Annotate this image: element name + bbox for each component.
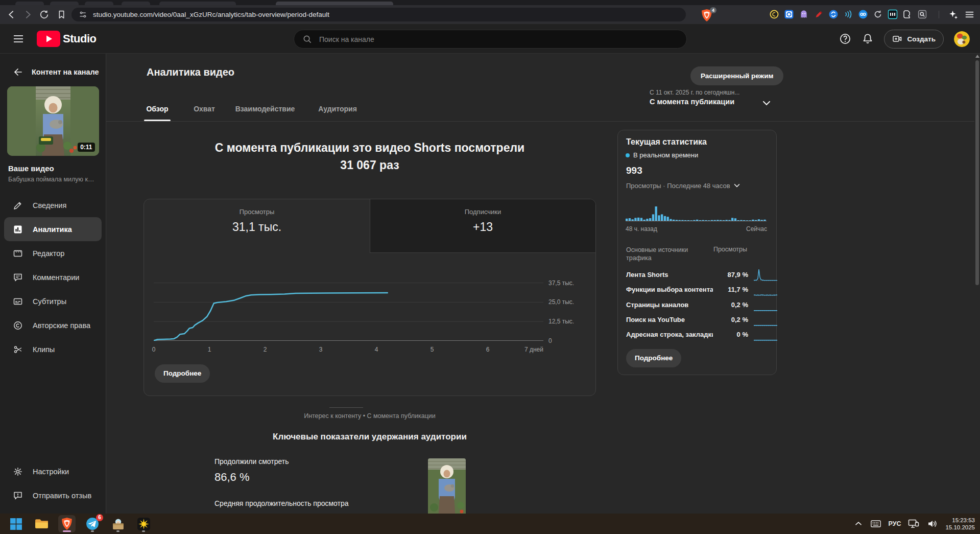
tray-chevron-up-icon[interactable] bbox=[853, 519, 864, 529]
source-label: Поиск на YouTube bbox=[626, 316, 685, 323]
brave-browser-button[interactable] bbox=[58, 515, 76, 532]
sidebar-item-settings[interactable]: Настройки bbox=[0, 459, 106, 483]
help-icon[interactable] bbox=[839, 33, 851, 45]
touch-keyboard-icon[interactable] bbox=[870, 518, 881, 529]
browser-tab[interactable] bbox=[15, 2, 44, 5]
extension-sih-icon[interactable] bbox=[888, 9, 898, 19]
extension-shape-icon[interactable] bbox=[902, 9, 913, 19]
sidebar-item-label: Аналитика bbox=[33, 225, 72, 234]
browser-tab[interactable] bbox=[159, 2, 236, 5]
create-button-label: Создать bbox=[907, 35, 936, 43]
browser-menu-icon[interactable] bbox=[964, 9, 975, 20]
sidebar-item-editor[interactable]: Редактор bbox=[0, 241, 106, 265]
extension-letter-o-icon[interactable] bbox=[784, 9, 794, 19]
source-label: Страницы каналов bbox=[626, 301, 688, 309]
video-thumbnail[interactable]: 0:11 bbox=[7, 86, 99, 156]
back-to-channel-content[interactable]: Контент на канале bbox=[0, 65, 106, 79]
extension-page-search-icon[interactable] bbox=[917, 9, 927, 19]
url-bar[interactable]: studio.youtube.com/video/0aal_xGzURc/ana… bbox=[71, 8, 686, 21]
sidebar-item-copyright[interactable]: Авторские права bbox=[0, 313, 106, 337]
scrollbar-up-arrow[interactable] bbox=[975, 55, 979, 58]
extension-rotate-icon[interactable] bbox=[873, 9, 883, 19]
advanced-mode-button[interactable]: Расширенный режим bbox=[690, 66, 783, 85]
tray-clock[interactable]: 15:23:53 15.10.2025 bbox=[945, 517, 975, 531]
sidebar-item-label: Клипы bbox=[33, 345, 55, 354]
url-text[interactable]: studio.youtube.com/video/0aal_xGzURc/ana… bbox=[93, 11, 329, 18]
back-icon[interactable] bbox=[6, 9, 17, 20]
language-indicator[interactable]: РУС bbox=[888, 520, 901, 527]
brave-icon bbox=[61, 517, 73, 530]
start-button[interactable] bbox=[7, 515, 25, 532]
notifications-bell-icon[interactable] bbox=[862, 33, 874, 45]
tab-audience[interactable]: Аудитория bbox=[318, 105, 357, 113]
anime-box-icon bbox=[112, 518, 125, 530]
source-label: Адресная строка, закладки,… bbox=[626, 331, 713, 338]
avatar[interactable] bbox=[954, 31, 970, 47]
reload-icon[interactable] bbox=[39, 9, 50, 20]
source-value: 87,9 % bbox=[718, 271, 748, 278]
traffic-source-row: Функции выбора контента 11,7 % bbox=[626, 284, 769, 295]
studio-menu-icon[interactable] bbox=[12, 33, 25, 45]
extension-marker-icon[interactable] bbox=[814, 9, 824, 19]
create-button[interactable]: Создать bbox=[884, 30, 944, 49]
metric-tab-subscribers[interactable]: Подписчики +13 bbox=[370, 199, 595, 253]
extension-sound-waves-icon[interactable] bbox=[843, 9, 853, 19]
metric-value: 31,1 тыс. bbox=[144, 220, 370, 234]
running-app-indicator bbox=[91, 530, 94, 532]
realtime-views-dropdown[interactable]: Просмотры · Последние 48 часов bbox=[626, 181, 742, 190]
browser-tab[interactable] bbox=[122, 2, 150, 5]
site-settings-icon[interactable] bbox=[79, 10, 87, 19]
extension-infinity-icon[interactable] bbox=[858, 9, 868, 19]
forward-icon[interactable] bbox=[22, 9, 33, 20]
period-range: С 11 окт. 2025 г. по сегодняшн... bbox=[650, 89, 767, 96]
active-app-indicator bbox=[63, 530, 71, 532]
taskbar: 6 РУС bbox=[0, 514, 980, 534]
page-scrollbar[interactable] bbox=[974, 54, 980, 514]
scissors-icon bbox=[13, 344, 23, 355]
realtime-details-button[interactable]: Подробнее bbox=[626, 349, 681, 367]
tabs-divider bbox=[106, 121, 974, 122]
sidebar-item-comments[interactable]: Комментарии bbox=[0, 265, 106, 289]
file-explorer-button[interactable] bbox=[33, 515, 50, 532]
search-input[interactable] bbox=[318, 35, 678, 44]
realtime-title: Текущая статистика bbox=[626, 137, 707, 147]
leo-ai-sparkle-icon[interactable] bbox=[948, 9, 959, 20]
browser-tab[interactable] bbox=[50, 2, 79, 5]
scrollbar-thumb[interactable] bbox=[975, 60, 979, 285]
browser-tab-strip[interactable] bbox=[0, 0, 980, 5]
details-button[interactable]: Подробнее bbox=[155, 364, 210, 383]
extension-coin-icon[interactable] bbox=[769, 9, 779, 19]
sidebar-item-analytics[interactable]: Аналитика bbox=[4, 217, 102, 241]
sidebar-item-subtitles[interactable]: Субтитры bbox=[0, 289, 106, 313]
brave-shield-icon[interactable]: 4 bbox=[701, 9, 713, 21]
browser-tab-active[interactable] bbox=[276, 2, 393, 5]
metric-tab-views[interactable]: Просмотры 31,1 тыс. bbox=[144, 199, 370, 253]
headline-line1: С момента публикации это видео Shorts по… bbox=[165, 139, 574, 156]
volume-icon[interactable] bbox=[926, 518, 939, 530]
tab-engagement[interactable]: Взаимодействие bbox=[235, 105, 295, 113]
chevron-down-icon[interactable] bbox=[761, 98, 772, 109]
telegram-badge: 6 bbox=[96, 514, 103, 521]
tab-overview[interactable]: Обзор bbox=[146, 105, 168, 113]
create-video-icon bbox=[892, 34, 902, 44]
sidebar-item-feedback[interactable]: Отправить отзыв bbox=[0, 483, 106, 507]
views-headline: С момента публикации это видео Shorts по… bbox=[165, 139, 574, 174]
retention-metric-value: 86,6 % bbox=[214, 471, 250, 484]
browser-tab[interactable] bbox=[85, 2, 113, 5]
bookmark-icon[interactable] bbox=[56, 9, 67, 20]
sidebar-item-clips[interactable]: Клипы bbox=[0, 337, 106, 361]
telegram-button[interactable]: 6 bbox=[84, 515, 101, 532]
tab-reach[interactable]: Охват bbox=[194, 105, 215, 113]
extension-ghost-icon[interactable] bbox=[799, 9, 809, 19]
shield-badge: 4 bbox=[710, 7, 716, 13]
network-icon[interactable] bbox=[907, 518, 920, 530]
channel-search[interactable] bbox=[294, 30, 687, 49]
extension-shazam-icon[interactable] bbox=[828, 9, 839, 19]
starburst-app-button[interactable] bbox=[135, 515, 152, 532]
studio-logo[interactable]: Studio bbox=[37, 31, 96, 47]
anime-box-app-button[interactable] bbox=[109, 515, 127, 532]
source-label: Функции выбора контента bbox=[626, 286, 713, 293]
retention-metric-label: Средняя продолжительность просмотра bbox=[214, 499, 349, 507]
sidebar-item-details[interactable]: Сведения bbox=[0, 193, 106, 217]
period-selector[interactable]: С 11 окт. 2025 г. по сегодняшн... С моме… bbox=[650, 89, 767, 106]
